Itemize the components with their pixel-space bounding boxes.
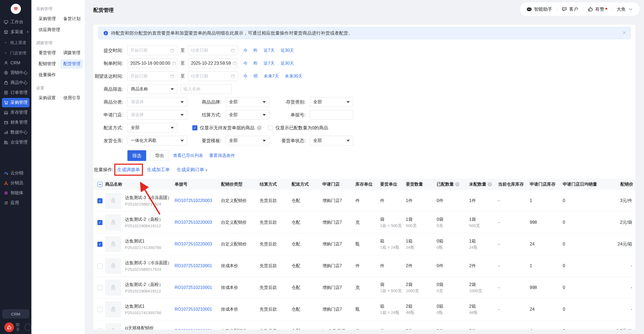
rail-item-10[interactable]: 财务管理 [0,118,31,127]
rail-item-16[interactable]: 应用 [0,198,31,208]
rail-item-15[interactable]: 智能体 [0,188,31,198]
rail-item-12[interactable]: 企业管理 [0,137,31,147]
checkbox-zero-allocated[interactable]: 仅显示已配数量为0的商品 [268,125,328,131]
quick-link[interactable]: 近30天 [281,61,294,66]
rail-item-7[interactable]: 订单管理 [0,88,31,98]
product-name-input[interactable] [181,84,232,94]
checkbox-no-pending[interactable]: ✓ 仅显示无待发货单据的商品 ? [192,125,262,131]
export-button[interactable]: 导出 [150,150,169,161]
help-icon[interactable]: ? [455,182,459,186]
assistant-float-button[interactable]: 助手 [4,322,31,332]
quick-link[interactable]: 昨 [253,48,258,53]
subnav-item-0-2[interactable]: 供应商管理 [36,25,62,35]
quick-link[interactable]: 近7天 [264,61,275,66]
crm-shortcut-button[interactable]: CRM [2,309,29,318]
rail-item-2[interactable]: 线上渠道 [0,38,31,47]
order-no-link[interactable]: RO1072510210001 [175,307,212,311]
expect-end-date-input[interactable]: 结束日期 [188,71,238,81]
rail-item-4[interactable]: CRM [0,58,31,68]
shop-avatar[interactable] [11,4,21,14]
row-checkbox[interactable]: ✓ [97,220,102,225]
row-checkbox[interactable] [97,307,102,312]
help-icon[interactable]: ? [488,182,492,186]
quick-link[interactable]: 近30天 [281,48,294,53]
close-icon[interactable]: × [623,29,626,36]
rail-item-5[interactable]: 营销中心 [0,68,31,78]
batch-link-0[interactable]: 生成调拨单 [117,167,140,173]
stock-category-select[interactable]: 全部 [310,97,353,107]
rail-item-9[interactable]: 库存管理 [0,108,31,118]
calendar-icon [231,48,235,53]
brand-select[interactable]: 全部 [226,97,269,107]
order-status-select[interactable]: 全部 [310,136,353,145]
quick-link[interactable]: 昨 [253,61,258,66]
delivery-select[interactable]: 全部 [127,123,177,133]
row-checkbox[interactable] [97,285,102,290]
checkbox-unchecked-icon[interactable] [268,125,273,130]
reset-filters-link[interactable]: 重置筛选条件 [209,153,235,159]
topbar-action-3[interactable]: 大鱼 [617,6,633,12]
row-checkbox[interactable]: ✓ [97,198,102,203]
subnav-item-0-1[interactable]: 备货计划 [61,14,83,24]
subnav-item-1-0[interactable]: 要货管理 [36,48,58,58]
quick-link[interactable]: 今 [243,61,248,66]
quick-link[interactable]: 未来30天 [285,74,303,79]
order-no-link[interactable]: RO0562510210001 [175,329,212,330]
order-no-link[interactable]: RO1072510220003 [175,242,212,246]
expect-start-date-input[interactable]: 开始日期 [127,71,177,81]
rail-item-0[interactable]: 工作台 [0,17,31,27]
apply-store-select[interactable]: 请选择 [127,110,187,120]
row-checkbox[interactable]: ✓ [97,242,102,247]
category-select[interactable]: 请选择 [127,97,187,107]
order-no-link[interactable]: RO1072510220003 [175,220,212,225]
subnav-item-1-4[interactable]: 批量操作 [36,70,58,80]
submit-start-date-input[interactable]: 开始日期 [127,46,177,55]
order-no-link[interactable]: RO1072510210001 [175,285,212,290]
view-exported-link[interactable]: 查看已导出列表 [173,153,203,159]
quick-link[interactable]: 今 [243,48,248,53]
subnav-item-1-1[interactable]: 调拨管理 [61,48,83,58]
column-header-label: 配送方式 [292,182,309,187]
quick-link[interactable]: 今 [243,74,248,79]
settlement-select[interactable]: 全部 [226,110,269,120]
rail-item-3[interactable]: 门店管理 [0,48,31,58]
order-no-input[interactable] [310,110,353,120]
batch-link-1[interactable]: 生成加工单 [147,167,170,173]
rail-item-13[interactable]: 云分销 [0,168,31,178]
row-checkbox[interactable] [97,263,102,269]
quick-link[interactable]: 明 [253,74,258,79]
checkbox-checked-icon[interactable]: ✓ [192,125,197,130]
rail-item-6[interactable]: 商品中心 [0,78,31,88]
subnav-item-2-0[interactable]: 采购设置 [36,93,58,103]
rail-item-11[interactable]: 数据中心 [0,127,31,137]
warehouse-select[interactable]: 一体化大风歌 [127,136,187,145]
quick-link[interactable]: 未来7天 [264,74,279,79]
workbench-icon [4,20,8,24]
submit-end-date-input[interactable]: 结束日期 [188,46,238,55]
filter-row-warehouse: 发货仓库: 一体化大风歌 要货模板: 全部 要货单状态: 全部 [93,136,635,145]
row-checkbox[interactable] [97,329,102,330]
order-no-link[interactable]: RO1072510220003 [175,198,212,203]
subnav-item-1-3[interactable]: 配货管理 [61,59,83,69]
quick-link[interactable]: 近7天 [264,48,275,53]
rail-item-14[interactable]: 分销员 [0,178,31,188]
product-filter-select[interactable]: 商品名称 [127,84,177,94]
rail-item-8[interactable]: 采购管理 [2,98,30,107]
subnav-item-2-1[interactable]: 使用引导 [61,93,83,103]
batch-link-2[interactable]: 生成采购订单∨ [177,167,208,173]
template-select[interactable]: 全部 [226,136,269,145]
create-end-date-input[interactable]: 2025-10-22 23:59:59 [188,58,238,68]
filter-button[interactable]: 筛选 [127,150,146,161]
topbar-action-2[interactable]: 有赞 [588,6,607,12]
topbar-action-1[interactable]: 客户 [562,6,578,12]
subnav-item-1-2[interactable]: 配销管理 [36,59,58,69]
subnav-item-0-0[interactable]: 采购管理 [36,14,58,24]
rail-item-1[interactable]: 多渠道∧ [0,27,31,37]
create-start-date-input[interactable]: 2025-10-16 00:00:00 [127,58,177,68]
select-all-checkbox[interactable] [97,182,102,187]
help-icon[interactable]: ? [257,126,262,130]
rail-item-label: 线上渠道 [10,40,26,45]
rail-item-label: 云分销 [10,170,23,176]
order-no-link[interactable]: RO1072510210001 [175,263,212,268]
topbar-action-0[interactable]: 智能助手 [527,6,552,12]
